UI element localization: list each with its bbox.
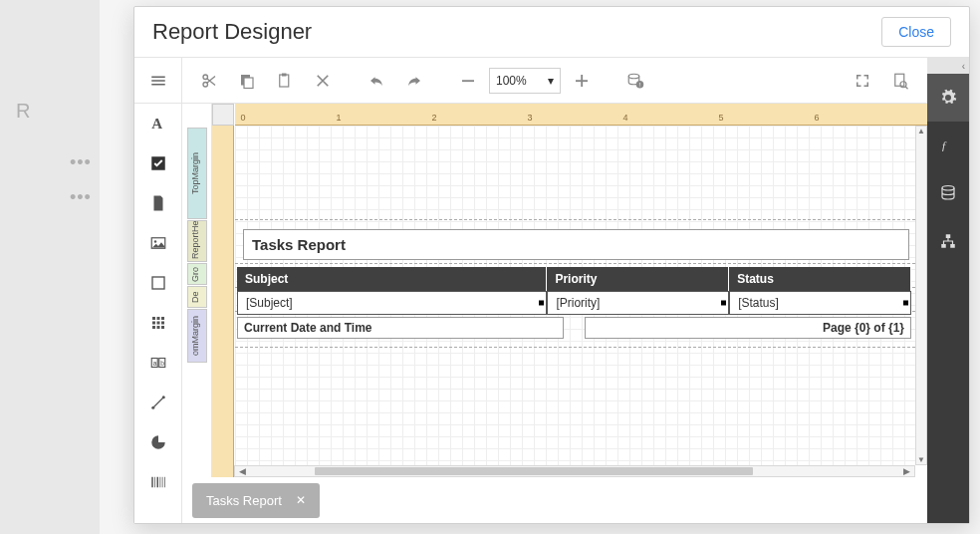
- band-rail: TopMargin ReportHe Gro De omMargin: [182, 104, 212, 477]
- background-app: R ••• •••: [0, 0, 100, 534]
- ruler-tick: 0: [240, 113, 245, 123]
- scroll-thumb[interactable]: [315, 467, 753, 475]
- vertical-ruler: [212, 126, 234, 477]
- detail-field-status[interactable]: [Status]: [729, 291, 911, 315]
- svg-text:a: a: [152, 360, 156, 367]
- toolbox-label[interactable]: A: [134, 104, 181, 143]
- left-toolbox: A ab: [134, 58, 182, 523]
- ruler-tick: 1: [336, 113, 341, 123]
- toolbox-character-comb[interactable]: ab: [134, 343, 181, 383]
- paste-icon: [276, 72, 294, 90]
- horizontal-scrollbar[interactable]: ◀ ▶: [234, 465, 915, 477]
- band-label-topmargin: TopMargin: [187, 128, 207, 219]
- background-dots: •••: [70, 152, 100, 173]
- footer-page-element[interactable]: Page {0} of {1}: [585, 317, 911, 339]
- paste-button[interactable]: [268, 64, 302, 98]
- toolbox-panel[interactable]: [134, 263, 181, 303]
- detail-field-subject[interactable]: [Subject]: [237, 291, 547, 315]
- tab-label: Tasks Report: [206, 493, 282, 508]
- toolbox-line[interactable]: [134, 383, 181, 422]
- background-letter: R: [16, 100, 100, 123]
- delete-button[interactable]: [306, 64, 340, 98]
- shape-icon: [149, 433, 167, 451]
- redo-button[interactable]: [397, 64, 431, 98]
- band-label-bottommargin: omMargin: [187, 309, 207, 363]
- svg-rect-24: [895, 74, 904, 86]
- report-tab[interactable]: Tasks Report ✕: [192, 483, 320, 518]
- copy-button[interactable]: [230, 64, 264, 98]
- column-header-subject[interactable]: Subject: [237, 267, 547, 291]
- design-surface[interactable]: TopMargin ReportHe Gro De omMargin 0 1 2…: [182, 104, 927, 477]
- column-header-status[interactable]: Status: [729, 267, 911, 291]
- hamburger-icon: [149, 72, 167, 90]
- svg-point-27: [942, 186, 954, 191]
- menu-button[interactable]: [134, 58, 181, 104]
- vertical-scrollbar[interactable]: ▲ ▼: [915, 126, 927, 465]
- ruler-tick: 3: [527, 113, 532, 123]
- preview-button[interactable]: [883, 64, 917, 98]
- minus-icon: [459, 72, 477, 90]
- undo-button[interactable]: [360, 64, 393, 98]
- database-icon: [939, 184, 957, 202]
- zoom-select[interactable]: 100% ▾: [489, 68, 561, 94]
- fullscreen-button[interactable]: [846, 64, 879, 98]
- top-toolbar: 100% ▾ !: [182, 58, 927, 104]
- svg-text:f: f: [942, 139, 947, 151]
- report-title-element[interactable]: Tasks Report: [243, 229, 909, 260]
- rectangle-icon: [149, 274, 167, 292]
- toolbox-barcode[interactable]: [134, 462, 181, 502]
- column-header-priority[interactable]: Priority: [547, 267, 729, 291]
- svg-rect-17: [282, 73, 287, 76]
- barcode-icon: [149, 473, 167, 491]
- x-icon: [314, 72, 332, 90]
- band-divider: [235, 219, 915, 220]
- character-comb-icon: ab: [149, 354, 167, 372]
- rail-reportexplorer-button[interactable]: [927, 217, 969, 265]
- redo-icon: [405, 72, 423, 90]
- band-divider: [235, 263, 915, 264]
- center-area: 100% ▾ ! TopMargin ReportHe Gro De omMar…: [182, 58, 927, 523]
- band-label-detail: De: [187, 286, 207, 308]
- canvas[interactable]: Tasks Report Subject Priority Status [Su…: [235, 126, 915, 465]
- rail-fieldlist-button[interactable]: [927, 169, 969, 217]
- ruler-tick: 4: [622, 113, 627, 123]
- fx-icon: f: [939, 136, 957, 154]
- scroll-up-icon: ▲: [916, 127, 926, 135]
- svg-text:b: b: [160, 360, 164, 367]
- document-icon: [149, 194, 167, 212]
- toolbox-checkbox[interactable]: [134, 143, 181, 183]
- rail-properties-button[interactable]: [927, 74, 969, 122]
- chevron-left-icon: ‹: [962, 61, 965, 72]
- detail-field-priority[interactable]: [Priority]: [547, 291, 729, 315]
- band-label-group: Gro: [187, 263, 207, 285]
- svg-rect-20: [581, 75, 583, 87]
- toolbox-picture[interactable]: [134, 223, 181, 263]
- svg-rect-30: [950, 244, 955, 248]
- zoom-in-button[interactable]: [565, 64, 599, 98]
- undo-icon: [368, 72, 385, 90]
- toolbox-table[interactable]: [134, 303, 181, 343]
- cut-button[interactable]: [192, 64, 226, 98]
- chevron-down-icon: ▾: [548, 74, 554, 88]
- svg-rect-29: [941, 244, 946, 248]
- ruler-tick: 5: [718, 113, 723, 123]
- rail-expressions-button[interactable]: f: [927, 122, 969, 169]
- toolbox-shape[interactable]: [134, 422, 181, 462]
- svg-point-21: [628, 74, 639, 79]
- close-tab-icon[interactable]: ✕: [296, 493, 306, 507]
- panel-expand-button[interactable]: ‹: [927, 58, 969, 74]
- footer-date-element[interactable]: Current Date and Time: [237, 317, 564, 339]
- toolbox-richtext[interactable]: [134, 183, 181, 223]
- hierarchy-icon: [939, 232, 957, 250]
- plus-icon: [573, 72, 591, 90]
- image-icon: [149, 234, 167, 252]
- close-button[interactable]: Close: [881, 17, 951, 47]
- main-dialog: Report Designer Close A: [133, 6, 970, 524]
- scroll-right-icon: ▶: [903, 466, 910, 476]
- zoom-out-button[interactable]: [451, 64, 485, 98]
- svg-point-3: [153, 240, 155, 242]
- database-warning-icon: !: [626, 72, 644, 90]
- validate-button[interactable]: !: [618, 64, 652, 98]
- svg-rect-15: [244, 78, 253, 89]
- line-icon: [149, 394, 167, 411]
